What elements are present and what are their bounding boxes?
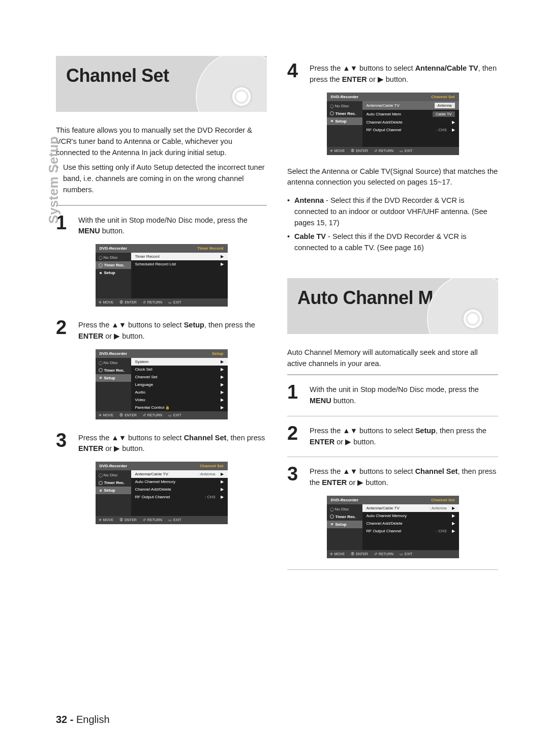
- clock-icon: [99, 368, 103, 372]
- clock-icon: [99, 481, 103, 485]
- acm-step-3: 3 Press the ▲▼ buttons to select Channel…: [287, 464, 498, 489]
- osd-channel-set-2: DVD-RecorderChannel Set No Disc Timer Re…: [327, 496, 459, 558]
- divider: [287, 374, 498, 375]
- osd-setup-menu: DVD-RecorderSetup No Disc Timer Rec. Set…: [96, 349, 228, 419]
- side-timer-rec: Timer Rec.: [96, 261, 131, 269]
- bullet-antenna: • Antenna - Select this if the DVD Recor…: [287, 195, 498, 228]
- gear-icon: [330, 522, 334, 526]
- gear-icon: [99, 376, 103, 380]
- step-3: 3 Press the ▲▼ buttons to select Channel…: [56, 431, 267, 455]
- intro-text: This feature allows you to manually set …: [56, 125, 267, 158]
- clock-icon: [99, 263, 103, 267]
- divider: [56, 205, 267, 206]
- gear-icon: [99, 489, 103, 493]
- right-column: 4 Press the ▲▼ buttons to select Antenna…: [287, 56, 498, 577]
- page-footer: 32 - English: [56, 714, 110, 725]
- gear-icon: [99, 271, 103, 275]
- bullet-cable: • Cable TV - Select this if the DVD Reco…: [287, 231, 498, 254]
- clock-icon: [330, 515, 334, 519]
- acm-step-2: 2 Press the ▲▼ buttons to select Setup, …: [287, 424, 498, 448]
- osd-timer-record: DVD-RecorderTimer Record No Disc Timer R…: [96, 244, 228, 307]
- intro-text-2: Auto Channel Memory will automatically s…: [287, 347, 498, 370]
- osd-antenna-cable-select: DVD-RecorderChannel Set No Disc Timer Re…: [327, 93, 459, 155]
- divider: [287, 416, 498, 416]
- section-header-auto-channel: Auto Channel Memory: [287, 278, 498, 334]
- acm-step-1: 1 With the unit in Stop mode/No Disc mod…: [287, 382, 498, 407]
- step-2: 2 Press the ▲▼ buttons to select Setup, …: [56, 318, 267, 342]
- step-1: 1 With the unit in Stop mode/No Disc mod…: [56, 213, 267, 237]
- divider: [287, 457, 498, 457]
- osd-channel-set: DVD-RecorderChannel Set No Disc Timer Re…: [96, 462, 228, 524]
- gear-icon: [330, 119, 334, 123]
- side-setup: Setup: [96, 269, 131, 277]
- intro-bullet: • Use this setting only if Auto Setup de…: [56, 162, 267, 195]
- left-column: Channel Set This feature allows you to m…: [56, 56, 267, 577]
- side-tab-label: System Setup: [46, 136, 62, 224]
- clock-icon: [330, 111, 334, 115]
- after-osd-text: Select the Antenna or Cable TV(Signal So…: [287, 166, 498, 189]
- step-4: 4 Press the ▲▼ buttons to select Antenna…: [287, 61, 498, 85]
- section-header-channel-set: Channel Set: [56, 56, 267, 112]
- divider: [287, 569, 498, 570]
